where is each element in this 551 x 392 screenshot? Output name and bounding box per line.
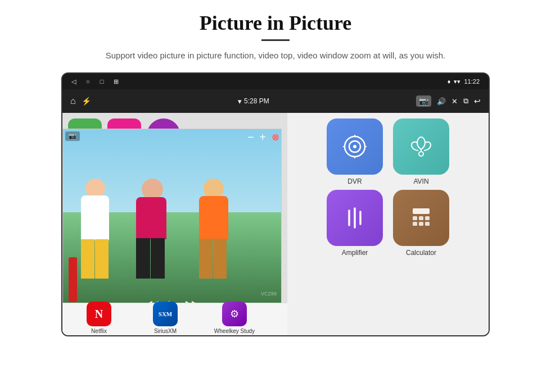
video-watermark: VCZ99 (261, 291, 277, 297)
calculator-icon (393, 190, 449, 246)
dvr-app-item[interactable]: DVR (324, 118, 386, 185)
svg-rect-18 (425, 222, 430, 226)
siriusxm-app-item[interactable]: SXM SiriusXM (134, 302, 196, 334)
svg-rect-13 (413, 216, 417, 220)
avin-label: AVIN (413, 177, 428, 185)
pip-area: 📷 − + ⊗ ◀◀ ▶ ▶▶ (62, 113, 287, 336)
pip-plus-btn[interactable]: + (260, 131, 266, 143)
close-appbar-icon[interactable]: ✕ (451, 97, 458, 106)
calculator-label: Calculator (406, 249, 436, 257)
volume-icon[interactable]: 🔊 (437, 97, 446, 106)
back-nav[interactable]: ◁ (71, 78, 76, 85)
screen-content: 📷 − + ⊗ ◀◀ ▶ ▶▶ (62, 113, 489, 336)
avin-app-item[interactable]: AVIN (390, 118, 452, 185)
wheelkey-app-item[interactable]: ⚙ Wheelkey Study (201, 302, 268, 334)
home-icon[interactable]: ⌂ (70, 96, 76, 106)
pip-minus-btn[interactable]: − (247, 131, 254, 143)
dvr-label: DVR (347, 177, 362, 185)
siriusxm-icon: SXM (153, 302, 178, 326)
amplifier-label: Amplifier (342, 249, 368, 257)
calculator-app-item[interactable]: Calculator (390, 190, 452, 257)
pip-camera-icon: 📷 (69, 133, 76, 140)
app-bar-right: 📷 🔊 ✕ ⧉ ↩ (416, 95, 481, 107)
svg-rect-14 (419, 216, 423, 220)
status-time: 11:22 (464, 78, 480, 85)
pip-resize-controls[interactable]: − + ⊗ (247, 131, 279, 143)
status-bar: ◁ ○ □ ⊞ ♦ ▾▾ 11:22 (62, 74, 489, 89)
pip-appbar-icon[interactable]: ⧉ (463, 97, 468, 106)
svg-rect-15 (425, 216, 430, 220)
wifi-status-icon: ▾▾ (454, 78, 460, 85)
svg-point-7 (419, 152, 423, 156)
video-pip-window[interactable]: 📷 − + ⊗ ◀◀ ▶ ▶▶ (62, 129, 282, 314)
wifi-appbar-icon: ▾ (238, 97, 242, 106)
device-frame: ◁ ○ □ ⊞ ♦ ▾▾ 11:22 ⌂ ⚡ ▾ 5:28 PM 📷 (61, 72, 490, 336)
recent-nav[interactable]: □ (100, 78, 104, 85)
status-bar-right: ♦ ▾▾ 11:22 (448, 78, 480, 85)
svg-point-2 (353, 145, 356, 148)
page-subtitle: Support video picture in picture functio… (106, 49, 445, 62)
camera-appbar-btn[interactable]: 📷 (416, 95, 431, 107)
app-bar-left: ⌂ ⚡ (70, 96, 91, 106)
bottom-app-bar: N Netflix SXM SiriusXM ⚙ Wheelkey Study (62, 303, 287, 336)
location-icon: ♦ (448, 78, 451, 85)
usb-icon: ⚡ (82, 97, 91, 106)
app-bar: ⌂ ⚡ ▾ 5:28 PM 📷 🔊 ✕ ⧉ ↩ (62, 89, 489, 113)
pip-close-btn[interactable]: ⊗ (272, 132, 279, 143)
svg-rect-17 (419, 222, 423, 226)
status-bar-left: ◁ ○ □ ⊞ (71, 78, 119, 85)
page-title: Picture in Picture (200, 11, 352, 35)
video-camera-indicator: 📷 (65, 131, 80, 141)
screenshot-nav[interactable]: ⊞ (114, 78, 119, 85)
svg-rect-16 (413, 222, 417, 226)
back-appbar-icon[interactable]: ↩ (474, 97, 481, 106)
netflix-app-item[interactable]: N Netflix (68, 302, 130, 334)
home-nav[interactable]: ○ (86, 78, 90, 85)
appbar-time: 5:28 PM (244, 97, 269, 105)
app-bar-center: ▾ 5:28 PM (238, 97, 269, 106)
siriusxm-label: SiriusXM (154, 328, 177, 334)
netflix-label: Netflix (91, 328, 107, 334)
dvr-icon (327, 118, 383, 175)
amplifier-app-item[interactable]: Amplifier (324, 190, 386, 257)
app-grid: DVR AVIN (287, 113, 489, 336)
avin-icon (393, 118, 449, 175)
netflix-icon: N (87, 302, 111, 326)
wheelkey-icon: ⚙ (222, 302, 247, 326)
page-wrapper: Picture in Picture Support video picture… (0, 0, 551, 392)
wheelkey-label: Wheelkey Study (214, 328, 255, 334)
svg-rect-12 (413, 208, 430, 214)
title-divider (261, 39, 290, 41)
amplifier-icon (327, 190, 383, 246)
